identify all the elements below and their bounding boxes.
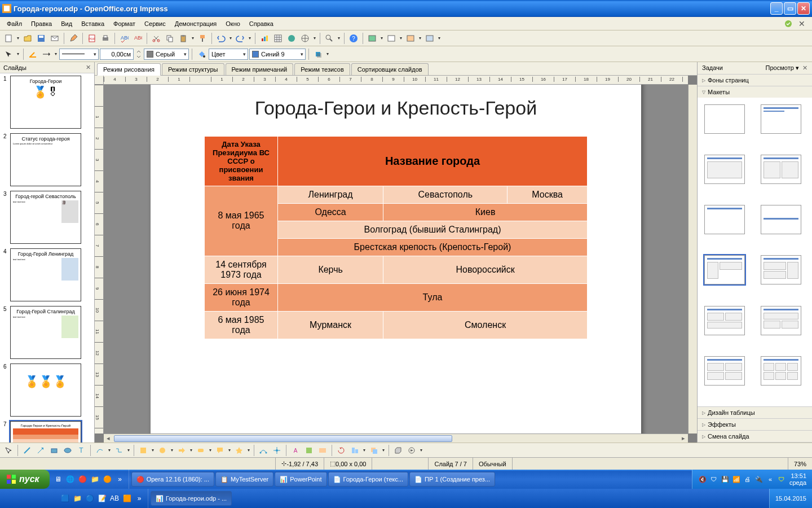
slide-thumb-1[interactable]: 1 Города-Герои🏅🎖 [2,76,92,129]
tab-outline[interactable]: Режим структуры [162,63,224,75]
tray-date[interactable]: 15.04.2015 [775,495,806,502]
gallery-button[interactable] [366,32,378,45]
interaction-tool[interactable] [405,444,418,457]
draw-toolbar-overflow[interactable]: ▾ [419,444,423,457]
menu-edit[interactable]: Правка [27,19,56,29]
export-pdf-button[interactable]: PDF [86,32,98,45]
slide-thumb-2[interactable]: 2 Статус города-герояLorem ipsum dolor s… [2,133,92,186]
tab-drawing[interactable]: Режим рисования [97,63,161,76]
paste-button[interactable] [177,32,189,45]
save-button[interactable] [35,32,47,45]
fill-color-combo[interactable]: Синий 9 [249,49,306,60]
line-color-combo[interactable]: Серый [144,49,189,60]
ql-ie-icon[interactable]: 🌐 [65,474,76,484]
slides-panel-close[interactable]: ✕ [86,64,91,71]
line-style-combo[interactable] [59,49,99,60]
format-paint-button[interactable] [196,32,209,45]
flowchart-tool[interactable] [195,444,207,457]
print-button[interactable] [99,32,112,45]
layout-button[interactable] [423,32,436,45]
ql-app-icon[interactable]: 🟠 [103,474,113,484]
layout-6obj[interactable] [761,356,801,386]
doc-close-button[interactable]: ✕ [796,19,807,28]
arrow-tool-button[interactable] [2,48,15,60]
shadow-button[interactable] [312,48,324,60]
task-opera[interactable]: 🔴 Opera 12.16 (1860): ... [131,472,214,487]
tray-icon[interactable]: 🛡 [709,475,718,484]
tray-icon[interactable]: 🔌 [754,475,764,484]
layout-centered[interactable] [761,205,801,234]
tray-icon[interactable]: 🖨 [743,475,752,484]
slide-thumb-6[interactable]: 6 🏅🏅🏅 [2,364,92,417]
canvas-inner[interactable]: Города-Герои и Крепость-Герой Дата Указа… [104,85,688,433]
menu-insert[interactable]: Вставка [77,19,109,29]
arrange-tool[interactable] [368,444,380,457]
from-file-tool[interactable] [303,444,315,457]
zoom-button[interactable] [323,32,336,45]
line-arrow-dropdown[interactable]: ▾ [54,48,58,60]
tasks-view-label[interactable]: Просмотр [766,64,794,71]
tab-handout[interactable]: Режим тезисов [294,63,350,75]
paste-dropdown[interactable]: ▾ [191,32,195,45]
menu-view[interactable]: Вид [56,19,77,29]
select-tool[interactable] [2,444,15,457]
slide-page[interactable]: Города-Герои и Крепость-Герой Дата Указа… [151,85,641,433]
undo-button[interactable] [215,32,227,45]
basic-shapes-tool[interactable] [137,444,149,457]
spellcheck-button[interactable]: ABC [118,32,130,45]
ql-more-icon[interactable]: » [115,474,125,484]
copy-button[interactable] [164,32,176,45]
line-arrow-button[interactable] [40,48,52,60]
undo-dropdown[interactable]: ▾ [228,32,233,45]
arrow-tool-dropdown[interactable]: ▾ [16,48,20,60]
redo-button[interactable] [234,32,246,45]
layout-text-2obj[interactable] [761,306,801,335]
layout-two-content[interactable] [761,155,801,184]
task-impress[interactable]: 📊 Города-герои.odp - ... [151,491,232,506]
section-pages[interactable]: ▷Фоны страниц [698,75,812,86]
tray-shield-icon[interactable]: 🛡 [777,475,786,484]
ql2-icon[interactable]: 🟦 [60,493,70,503]
tray-icon[interactable]: « [766,475,775,484]
email-button[interactable] [48,32,61,45]
zoom-dropdown[interactable]: ▾ [337,32,341,45]
section-effects[interactable]: ▷Эффекты [698,419,812,430]
fill-button[interactable] [195,48,208,60]
task-doc1[interactable]: 📄 Города-Герои (текс... [328,472,409,487]
layout-title[interactable] [761,104,801,134]
gallery-tool[interactable] [316,444,329,457]
connector-tool[interactable] [113,444,125,457]
autospell-button[interactable]: ABC [131,32,144,45]
arrow-line-tool[interactable] [34,444,47,457]
hyperlink-button[interactable] [285,32,298,45]
tray-clock[interactable]: 13:51 среда [789,472,806,486]
stars-tool[interactable] [233,444,245,457]
layout-obj-text[interactable] [704,255,745,284]
tab-notes[interactable]: Режим примечаний [226,63,294,75]
new-button[interactable] [2,32,15,45]
glue-tool[interactable] [271,444,283,457]
toolbar2-overflow[interactable]: ▾ [325,48,330,60]
layout-text-obj[interactable] [761,255,801,284]
slide-thumb-4[interactable]: 4 Город-Герой Ленинградtext text text [2,248,92,301]
task-doc2[interactable]: 📄 ПР 1 (Создание през... [409,472,495,487]
tray-icon[interactable]: 💾 [721,475,730,484]
update-icon[interactable] [784,19,793,28]
symbol-shapes-tool[interactable] [156,444,169,457]
scrollbar-horizontal[interactable]: ◂ ▸ [104,433,688,443]
menu-window[interactable]: Окно [221,19,245,29]
layout-title-only[interactable] [704,205,745,234]
layout-blank[interactable] [704,104,745,134]
line-width-input[interactable] [100,49,134,60]
section-layouts[interactable]: ▽Макеты [698,86,812,98]
fill-type-combo[interactable]: Цвет [209,49,248,60]
menu-file[interactable]: Файл [2,19,27,29]
tab-sorter[interactable]: Сортировщик слайдов [351,63,429,75]
ql2-icon[interactable]: 📁 [72,493,82,503]
scrollbar-vertical[interactable] [688,85,697,433]
status-zoom[interactable]: 73% [788,458,812,470]
points-tool[interactable] [257,444,270,457]
rect-tool[interactable] [48,444,60,457]
tray-icon[interactable]: 🔇 [698,475,707,484]
open-button[interactable] [21,32,34,45]
